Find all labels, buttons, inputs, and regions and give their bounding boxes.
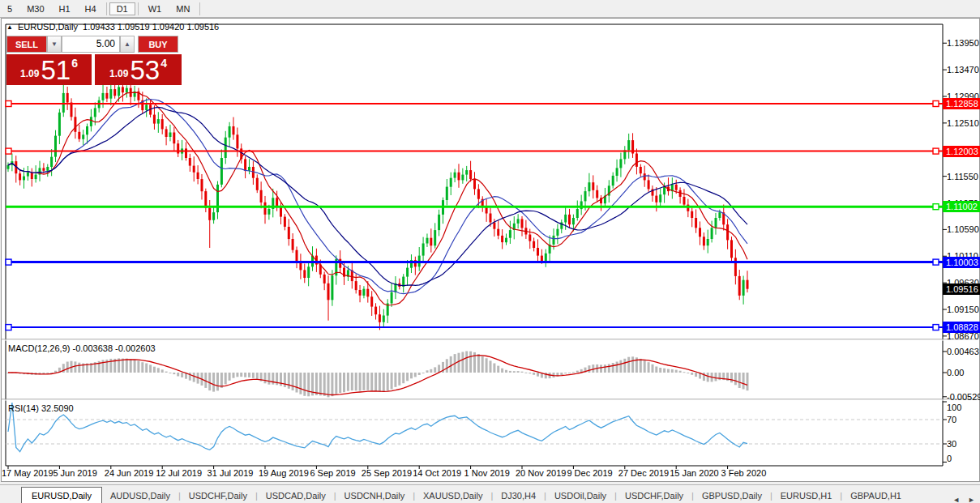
current-price-label: 1.09516 <box>943 283 980 295</box>
date-axis-label: 1 Nov 2019 <box>464 468 510 478</box>
rsi-tick-label: 100 <box>947 403 961 413</box>
date-axis-label: 25 Sep 2019 <box>362 468 412 478</box>
volume-increase-button[interactable]: ▲ <box>120 36 135 53</box>
symbol-tab-usdchf-daily[interactable]: USDCHF,Daily <box>181 488 255 503</box>
horizontal-line-1.12003[interactable] <box>6 148 943 154</box>
date-axis-label: 17 May 2019 <box>2 468 53 478</box>
date-axis-label: 9 Dec 2019 <box>567 468 612 478</box>
ma-line-26 <box>8 107 747 285</box>
buy-price-sup: 4 <box>160 57 167 70</box>
price-tick-label: 1.12510 <box>947 118 979 129</box>
symbol-tab-usdchf-daily[interactable]: USDCHF,Daily <box>617 488 691 503</box>
horizontal-line-1.10003[interactable] <box>6 259 943 265</box>
date-axis-label: 20 Nov 2019 <box>516 468 566 478</box>
tab-scroll-right-icon[interactable]: ► <box>968 496 975 503</box>
price-line-label-1.08828[interactable]: 1.08828 <box>943 322 980 333</box>
date-axis-label: 27 Dec 2019 <box>618 468 669 478</box>
buy-price-big: 53 <box>130 58 160 83</box>
candlestick-series <box>7 80 749 330</box>
date-axis-label: 31 Jul 2019 <box>208 468 254 478</box>
sell-button[interactable]: SELL <box>6 36 47 53</box>
horizontal-line-1.08828[interactable] <box>6 325 943 330</box>
date-axis-label: 5 Jun 2019 <box>53 468 96 478</box>
price-line-label-1.10003[interactable]: 1.10003 <box>943 257 980 268</box>
symbol-tab-usdcnh-daily[interactable]: USDCNH,Daily <box>336 488 413 503</box>
symbol-tab-gbpusd-daily[interactable]: GBPUSD,Daily <box>694 488 770 503</box>
date-axis-label: 19 Aug 2019 <box>259 468 309 478</box>
tab-scroll-left-icon[interactable]: ◄ <box>952 496 960 503</box>
ma-line-16 <box>8 100 747 294</box>
symbol-tab-eurusd-daily[interactable]: EURUSD,Daily <box>21 487 102 503</box>
tab-scroll-arrows: ◄► <box>952 496 980 503</box>
volume-decrease-button[interactable]: ▼ <box>47 36 62 53</box>
sell-price-sup: 6 <box>71 57 78 70</box>
date-axis-label: 6 Sep 2019 <box>310 468 355 478</box>
date-axis-label: 14 Oct 2019 <box>413 468 461 478</box>
symbol-tab-eurusd-h1[interactable]: EURUSD,H1 <box>772 488 841 503</box>
price-line-label-1.11002[interactable]: 1.11002 <box>943 201 980 212</box>
symbol-tab-dj30-h4[interactable]: DJ30,H4 <box>493 488 544 503</box>
volume-input[interactable]: 5.00 <box>62 36 120 53</box>
symbol-tab-gbpaud-h1[interactable]: GBPAUD,H1 <box>842 488 909 503</box>
price-line-label-1.12858[interactable]: 1.12858 <box>943 98 980 109</box>
price-tick-label: 1.11550 <box>947 172 978 182</box>
spinner-up-icon: ▲ <box>124 40 131 48</box>
price-tick-label: 1.10590 <box>947 224 979 235</box>
macd-indicator-label: MACD(12,26,9) -0.003638 -0.002603 <box>8 343 156 353</box>
date-axis-label: 3 Feb 2020 <box>721 468 767 478</box>
price-line-label-1.12003[interactable]: 1.12003 <box>943 146 980 157</box>
sell-price-prefix: 1.09 <box>20 68 39 79</box>
rsi-tick-label: 0 <box>947 454 952 464</box>
symbol-tab-usdoil-daily[interactable]: USDOil,Daily <box>546 488 614 503</box>
date-axis-label: 15 Jan 2020 <box>670 468 719 478</box>
rsi-indicator-label: RSI(14) 32.5090 <box>8 403 74 413</box>
macd-histogram <box>7 352 749 398</box>
macd-tick-label: 0.00 <box>947 368 964 378</box>
macd-tick-label: -0.005299 <box>947 392 980 403</box>
symbol-tab-bar: EURUSD,DailyAUDUSD,Daily|USDCHF,Daily|US… <box>0 484 980 503</box>
date-axis-label: 24 Jun 2019 <box>105 468 154 478</box>
symbol-tab-usdcad-daily[interactable]: USDCAD,Daily <box>258 488 334 503</box>
price-tick-label: 1.09150 <box>947 305 979 315</box>
rsi-line <box>8 403 747 452</box>
price-tick-label: 1.13950 <box>947 38 979 49</box>
chart-title: ▲EURUSD,Daily 1.09433 1.09519 1.09420 1.… <box>6 22 219 32</box>
date-axis-label: 12 Jul 2019 <box>156 468 202 478</box>
macd-tick-label: 0.00463 <box>947 347 979 357</box>
trade-controls-row: SELL ▼ 5.00 ▲ BUY <box>6 36 182 53</box>
one-click-trading-panel: SELL ▼ 5.00 ▲ BUY 1.09516 1.09534 <box>6 36 182 85</box>
spinner-down-icon: ▼ <box>51 40 58 48</box>
trading-terminal: 5M30H1H4D1W1MN ▲EURUSD,Daily 1.09433 1.0… <box>0 0 980 503</box>
collapse-panel-icon[interactable]: ▲ <box>6 23 13 31</box>
symbol-tab-xauusd-daily[interactable]: XAUUSD,Daily <box>415 488 490 503</box>
buy-quote-box[interactable]: 1.09534 <box>95 54 182 85</box>
buy-price-prefix: 1.09 <box>109 68 128 79</box>
chart-symbol-period: EURUSD,Daily <box>18 22 78 32</box>
chart-ohlc-readout: 1.09433 1.09519 1.09420 1.09516 <box>83 22 219 32</box>
price-tick-label: 1.13470 <box>947 65 979 75</box>
rsi-tick-label: 30 <box>947 439 956 450</box>
ma-line-8 <box>8 92 747 305</box>
rsi-tick-label: 70 <box>947 415 956 425</box>
chart-frame <box>2 24 978 466</box>
symbol-tab-audusd-daily[interactable]: AUDUSD,Daily <box>102 488 178 503</box>
sell-price-big: 51 <box>41 58 71 83</box>
buy-button[interactable]: BUY <box>138 36 178 53</box>
sell-quote-box[interactable]: 1.09516 <box>6 54 92 85</box>
